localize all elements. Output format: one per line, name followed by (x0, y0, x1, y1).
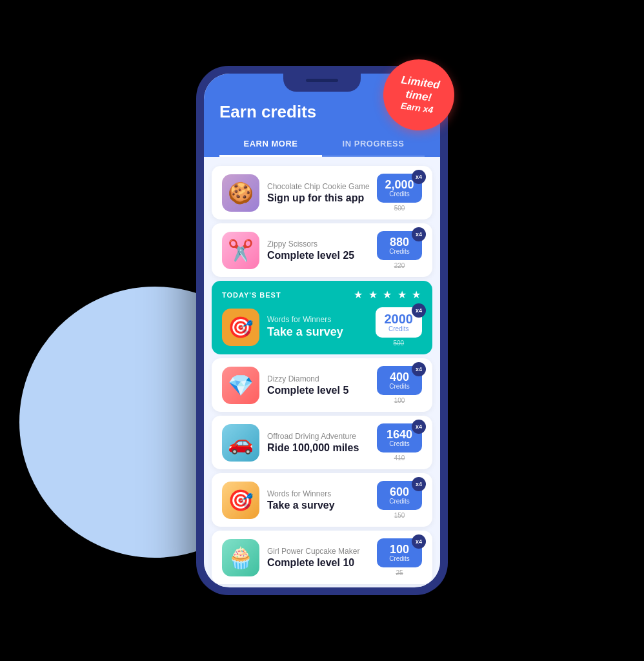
credits-label-scissors: Credits (385, 248, 414, 255)
original-price-cookie: 500 (394, 205, 405, 212)
original-price-scissors: 220 (394, 262, 405, 269)
offer-icon-words: 🎯 (222, 482, 259, 519)
x4-badge-scissors: x4 (412, 227, 426, 241)
todays-original-price: 500 (376, 340, 423, 347)
x4-badge-cupcake: x4 (412, 534, 426, 549)
todays-best-card[interactable]: TODAY'S BEST ★ ★ ★ ★ ★ 🎯 Words for Winne… (212, 281, 432, 354)
offer-item-scissors[interactable]: ✂️ Zippy Scissors Complete level 25 880 … (212, 223, 432, 277)
credits-label-diamond: Credits (385, 383, 414, 390)
offers-list: 🍪 Chocolate Chip Cookie Game Sign up for… (204, 157, 440, 587)
offer-info-cupcake: Girl Power Cupcake Maker Complete level … (267, 547, 377, 569)
offer-name-scissors: Zippy Scissors (267, 239, 377, 249)
credits-amount-scissors: 880 (385, 236, 414, 248)
offer-action-words: Take a survey (267, 500, 377, 511)
diamond-emoji: 💎 (228, 373, 254, 398)
x4-badge-diamond: x4 (412, 362, 426, 376)
offer-credits-diamond: 400 Credits 100 x4 (377, 366, 422, 404)
x4-badge-words: x4 (412, 477, 426, 491)
offer-info-words: Words for Winners Take a survey (267, 489, 377, 511)
offer-item-offroad[interactable]: 🚗 Offroad Driving Adventure Ride 100,000… (212, 416, 432, 469)
offer-name-words: Words for Winners (267, 489, 377, 498)
todays-best-content: 🎯 Words for Winners Take a survey 2000 C… (222, 307, 422, 347)
original-price-offroad: 410 (394, 454, 405, 462)
offer-action-cupcake: Complete level 10 (267, 557, 377, 569)
credits-amount-diamond: 400 (385, 371, 414, 383)
tab-in-progress[interactable]: IN PROGRESS (322, 132, 425, 156)
scissors-emoji: ✂️ (228, 238, 254, 263)
offer-action-cookie: Sign up for this app (267, 192, 377, 204)
offer-credits-words: 600 Credits 150 x4 (377, 481, 422, 519)
phone-screen: Earn credits EARN MORE IN PROGRESS 🍪 Cho… (204, 74, 440, 587)
x4-badge-offroad: x4 (412, 420, 426, 434)
cookie-emoji: 🍪 (228, 181, 254, 205)
todays-best-credits: 2000 Credits 500 x4 (376, 307, 423, 347)
tab-bar: EARN MORE IN PROGRESS (219, 132, 425, 157)
credits-amount-offroad: 1640 (385, 429, 414, 440)
todays-best-action: Take a survey (267, 325, 376, 339)
original-price-words: 150 (394, 512, 405, 519)
todays-best-name: Words for Winners (267, 315, 376, 324)
todays-best-info: Words for Winners Take a survey (267, 315, 376, 339)
cupcake-emoji: 🧁 (228, 545, 254, 570)
offer-info-scissors: Zippy Scissors Complete level 25 (267, 239, 377, 261)
offer-info-cookie: Chocolate Chip Cookie Game Sign up for t… (267, 182, 377, 204)
x4-badge-today: x4 (412, 303, 426, 318)
credits-label-words: Credits (385, 498, 414, 505)
offer-name-offroad: Offroad Driving Adventure (267, 432, 377, 441)
offer-name-cookie: Chocolate Chip Cookie Game (267, 182, 377, 191)
offer-item-cupcake[interactable]: 🧁 Girl Power Cupcake Maker Complete leve… (212, 531, 432, 584)
offer-icon-cupcake: 🧁 (222, 539, 259, 576)
offer-icon-offroad: 🚗 (222, 424, 259, 462)
credits-label-cookie: Credits (385, 190, 414, 198)
credits-label-offroad: Credits (385, 440, 414, 447)
credits-amount-cookie: 2,000 (385, 179, 414, 190)
todays-credits-label: Credits (385, 325, 414, 332)
todays-best-emoji: 🎯 (228, 315, 254, 340)
credits-label-cupcake: Credits (385, 555, 414, 562)
phone-notch (283, 74, 361, 92)
offroad-emoji: 🚗 (228, 431, 254, 455)
offer-credits-cupcake: 100 Credits 25 x4 (377, 538, 422, 576)
credits-amount-cupcake: 100 (385, 544, 414, 555)
offer-credits-offroad: 1640 Credits 410 x4 (377, 423, 422, 462)
offer-item-diamond[interactable]: 💎 Dizzy Diamond Complete level 5 400 Cre… (212, 358, 432, 412)
todays-best-stars: ★ ★ ★ ★ ★ (354, 289, 422, 301)
tab-earn-more[interactable]: EARN MORE (219, 132, 322, 157)
offer-name-cupcake: Girl Power Cupcake Maker (267, 547, 377, 556)
credits-amount-words: 600 (385, 486, 414, 498)
todays-best-header: TODAY'S BEST ★ ★ ★ ★ ★ (222, 289, 422, 301)
x4-badge-cookie: x4 (412, 170, 426, 184)
offer-action-offroad: Ride 100,000 miles (267, 442, 377, 454)
words-emoji: 🎯 (228, 488, 254, 513)
offer-icon-scissors: ✂️ (222, 232, 259, 269)
todays-credits-amount: 2000 (385, 312, 414, 325)
offer-credits-scissors: 880 Credits 220 x4 (377, 231, 422, 269)
phone-wrapper: Limited time! Earn x4 Earn credits EARN … (196, 66, 448, 595)
offer-item-words[interactable]: 🎯 Words for Winners Take a survey 600 Cr… (212, 473, 432, 527)
todays-best-label: TODAY'S BEST (222, 291, 281, 299)
phone-speaker (306, 79, 338, 82)
offer-icon-cookie: 🍪 (222, 174, 259, 212)
offer-credits-cookie: 2,000 Credits 500 x4 (377, 174, 422, 212)
offer-info-diamond: Dizzy Diamond Complete level 5 (267, 374, 377, 396)
original-price-cupcake: 25 (396, 569, 403, 576)
phone-frame: Limited time! Earn x4 Earn credits EARN … (196, 66, 448, 595)
offer-name-diamond: Dizzy Diamond (267, 374, 377, 383)
offer-icon-diamond: 💎 (222, 367, 259, 404)
offer-info-offroad: Offroad Driving Adventure Ride 100,000 m… (267, 432, 377, 454)
offer-action-diamond: Complete level 5 (267, 385, 377, 396)
offer-item-cookie[interactable]: 🍪 Chocolate Chip Cookie Game Sign up for… (212, 166, 432, 219)
todays-best-icon: 🎯 (222, 309, 259, 346)
offer-action-scissors: Complete level 25 (267, 250, 377, 261)
original-price-diamond: 100 (394, 397, 405, 404)
